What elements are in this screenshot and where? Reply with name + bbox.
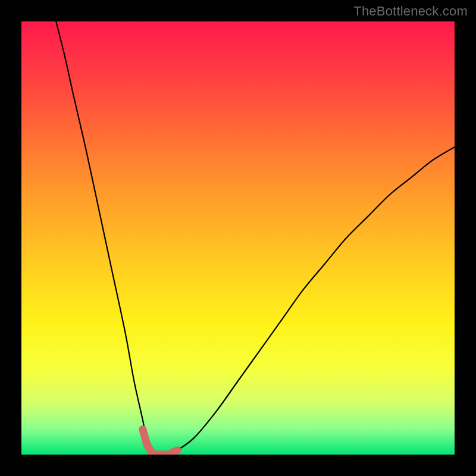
chart-frame: TheBottleneck.com (0, 0, 476, 476)
plot-area (21, 21, 455, 455)
optimal-range-markers (139, 425, 177, 455)
bottleneck-curve (56, 21, 455, 455)
watermark-text: TheBottleneck.com (353, 4, 468, 19)
curve-layer (21, 21, 455, 455)
optimal-marker-segment (173, 450, 177, 453)
optimal-marker-dot (139, 425, 146, 433)
